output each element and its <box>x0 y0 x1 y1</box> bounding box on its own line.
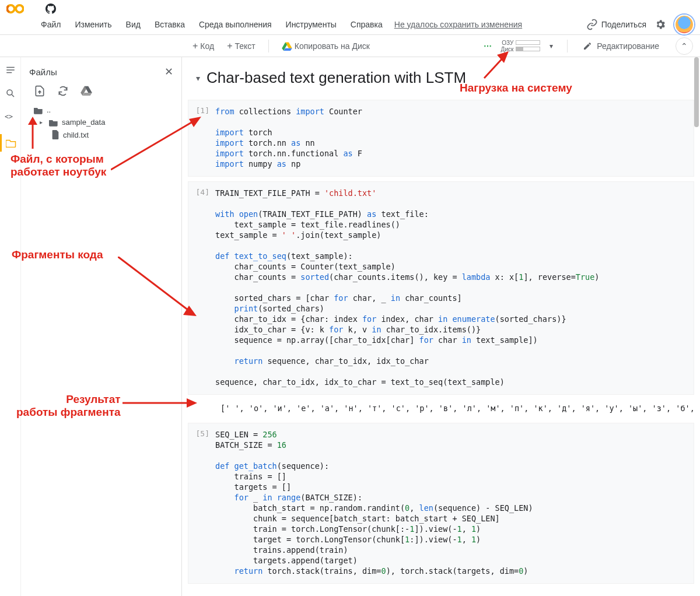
pencil-icon <box>583 41 592 51</box>
disk-label: Диск <box>501 46 514 52</box>
edit-mode-label: Редактирование <box>597 41 659 51</box>
add-text-button[interactable]: +Текст <box>222 38 260 54</box>
refresh-icon[interactable] <box>57 85 70 98</box>
mount-drive-icon[interactable] <box>80 85 93 98</box>
copy-to-drive-button[interactable]: Копировать на Диск <box>277 39 374 53</box>
cell-number: [4] <box>195 188 215 387</box>
svg-text:<>: <> <box>5 113 13 121</box>
menu-help[interactable]: Справка <box>345 17 388 31</box>
add-text-label: Текст <box>235 41 256 51</box>
folder-up[interactable]: .. <box>26 104 177 116</box>
file-label: child.txt <box>63 131 89 139</box>
menu-bar: Файл Изменить Вид Вставка Среда выполнен… <box>35 17 388 31</box>
cell-output: [' ', 'o', 'и', 'е', 'а', 'н', 'т', 'с',… <box>188 399 694 419</box>
divider <box>268 40 269 52</box>
code-cell[interactable]: [5] SEQ_LEN = 256 BATCH_SIZE = 16 def ge… <box>188 423 694 584</box>
edit-mode-button[interactable]: Редактирование <box>578 39 664 53</box>
folder-sample-data[interactable]: ▸ sample_data <box>26 116 177 128</box>
disk-graph <box>516 47 540 51</box>
close-sidebar-button[interactable]: ✕ <box>164 65 173 78</box>
scrollbar[interactable] <box>692 57 700 596</box>
menu-tools[interactable]: Инструменты <box>280 17 342 31</box>
chevron-right-icon: ▸ <box>40 119 46 125</box>
file-icon <box>51 130 60 139</box>
save-status[interactable]: Не удалось сохранить изменения <box>394 20 522 29</box>
share-label: Поделиться <box>601 20 646 29</box>
svg-point-6 <box>7 90 12 95</box>
svg-marker-5 <box>284 48 292 50</box>
code-content[interactable]: SEQ_LEN = 256 BATCH_SIZE = 16 def get_ba… <box>215 429 533 576</box>
notebook-title: Char-based text generation with LSTM <box>206 69 466 87</box>
folder-label: sample_data <box>62 118 105 127</box>
collapse-toolbar-button[interactable]: ⌃ <box>676 37 693 55</box>
menu-file[interactable]: Файл <box>35 17 66 31</box>
snippets-icon[interactable]: <> <box>5 111 16 122</box>
cell-number: [5] <box>195 429 215 576</box>
file-child-txt[interactable]: child.txt <box>26 128 177 141</box>
drive-icon <box>282 41 292 51</box>
menu-runtime[interactable]: Среда выполнения <box>193 17 278 31</box>
section-collapse-icon[interactable]: ▾ <box>196 73 202 83</box>
avatar[interactable] <box>674 15 694 34</box>
copy-drive-label: Копировать на Диск <box>295 41 370 51</box>
folder-icon <box>49 118 58 127</box>
svg-point-1 <box>16 5 23 13</box>
toc-icon[interactable] <box>5 64 16 76</box>
menu-edit[interactable]: Изменить <box>69 17 117 31</box>
add-code-label: Код <box>200 41 214 51</box>
svg-line-7 <box>12 94 14 97</box>
code-cell[interactable]: [4] TRAIN_TEXT_FILE_PATH = 'child.txt' w… <box>188 181 694 395</box>
divider <box>567 40 568 52</box>
add-code-button[interactable]: +Код <box>188 38 219 54</box>
menu-view[interactable]: Вид <box>120 17 146 31</box>
svg-marker-11 <box>82 93 92 96</box>
system-resources[interactable]: ОЗУ Диск <box>501 40 541 52</box>
share-button[interactable]: Поделиться <box>586 19 646 30</box>
upload-file-icon[interactable] <box>34 85 47 98</box>
folder-icon <box>34 106 43 114</box>
ram-label: ОЗУ <box>502 40 513 46</box>
code-cell[interactable]: [1] from collections import Counter impo… <box>188 100 694 177</box>
sidebar-title: Файлы <box>29 67 57 77</box>
resources-dropdown[interactable]: ▾ <box>546 42 556 50</box>
code-content[interactable]: from collections import Counter import t… <box>215 106 362 169</box>
github-icon[interactable] <box>46 3 56 14</box>
cell-number: [1] <box>195 106 215 169</box>
notebook-area: ▾ Char-based text generation with LSTM [… <box>182 57 700 596</box>
code-content[interactable]: TRAIN_TEXT_FILE_PATH = 'child.txt' with … <box>215 188 599 387</box>
gear-icon[interactable] <box>654 19 666 30</box>
ram-graph <box>516 40 540 45</box>
folder-up-label: .. <box>47 106 51 114</box>
colab-logo[interactable] <box>6 0 24 18</box>
busy-indicator: ⋯ <box>484 41 493 51</box>
search-icon[interactable] <box>5 87 16 99</box>
link-icon <box>586 19 598 30</box>
files-tab[interactable] <box>0 134 20 152</box>
menu-insert[interactable]: Вставка <box>149 17 191 31</box>
